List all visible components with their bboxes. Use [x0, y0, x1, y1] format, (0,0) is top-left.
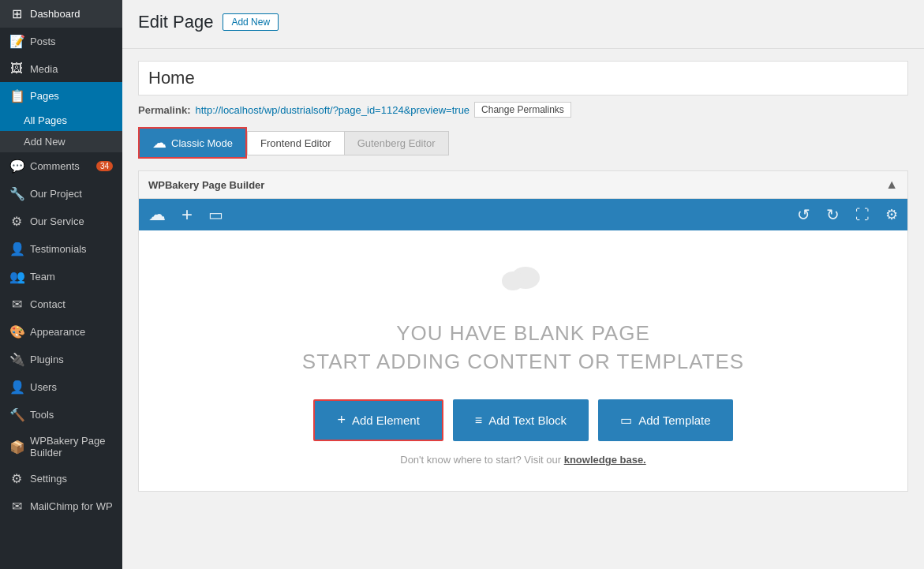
testimonials-icon: 👤 [9, 241, 24, 256]
team-icon: 👥 [9, 269, 24, 284]
sidebar-item-settings[interactable]: ⚙ Settings [0, 465, 122, 492]
sidebar-item-all-pages[interactable]: All Pages [0, 110, 122, 131]
page-title-row: Edit Page Add New [138, 12, 908, 32]
sidebar-item-team[interactable]: 👥 Team [0, 263, 122, 290]
our-project-icon: 🔧 [9, 186, 24, 201]
sidebar-item-testimonials[interactable]: 👤 Testimonials [0, 235, 122, 263]
editor-mode-row: ☁ Classic Mode Frontend Editor Gutenberg… [138, 127, 908, 159]
toolbar-right: ↺ ↻ ⛶ ⚙ [797, 205, 898, 224]
toolbar-settings-icon[interactable]: ⚙ [885, 206, 898, 223]
blank-line2: START ADDING CONTENT OR TEMPLATES [302, 350, 744, 373]
main-content: Edit Page Add New Permalink: http://loca… [122, 0, 924, 569]
contact-icon: ✉ [9, 297, 24, 312]
add-template-label: Add Template [638, 414, 710, 427]
settings-icon: ⚙ [9, 471, 24, 486]
sidebar-item-dashboard[interactable]: ⊞ Dashboard [0, 0, 122, 28]
sidebar-item-media[interactable]: 🖼 Media [0, 55, 122, 82]
wpbakery-icon: 📦 [9, 440, 24, 455]
gutenberg-editor-button[interactable]: Gutenberg Editor [344, 131, 449, 155]
comments-badge: 34 [96, 161, 113, 171]
blank-line1: YOU HAVE BLANK PAGE [396, 321, 649, 345]
permalink-row: Permalink: http://localhost/wp/dustrials… [138, 102, 908, 118]
wpbakery-header: WPBakery Page Builder ▲ [139, 171, 907, 199]
knowledge-base-link[interactable]: knowledge base. [564, 454, 646, 466]
frontend-editor-label: Frontend Editor [260, 137, 331, 149]
toolbar-add-icon[interactable]: + [181, 204, 193, 226]
page-title-input[interactable] [138, 61, 908, 95]
wpbakery-toolbar: ☁ + ▭ ↺ ↻ ⛶ ⚙ [139, 199, 907, 230]
sidebar-item-pages[interactable]: 📋 Pages [0, 82, 122, 110]
add-element-label: Add Element [352, 414, 420, 427]
svg-point-1 [502, 271, 524, 290]
permalink-link[interactable]: http://localhost/wp/dustrialsoft/?page_i… [195, 104, 469, 116]
toolbar-undo-icon[interactable]: ↺ [797, 205, 810, 224]
add-element-plus-icon: + [337, 412, 346, 429]
plugins-icon: 🔌 [9, 352, 24, 367]
sidebar-item-users[interactable]: 👤 Users [0, 373, 122, 401]
pages-submenu: All Pages Add New [0, 110, 122, 152]
blank-message: YOU HAVE BLANK PAGE START ADDING CONTENT… [302, 319, 744, 376]
appearance-icon: 🎨 [9, 324, 24, 339]
dashboard-icon: ⊞ [9, 6, 24, 21]
help-text-prefix: Don't know where to start? Visit our [400, 454, 563, 466]
sidebar-item-mailchimp[interactable]: ✉ MailChimp for WP [0, 492, 122, 520]
top-bar: Edit Page Add New [122, 0, 924, 49]
sidebar-item-appearance[interactable]: 🎨 Appearance [0, 318, 122, 346]
users-icon: 👤 [9, 380, 24, 395]
add-new-header-button[interactable]: Add New [223, 13, 279, 31]
sidebar-item-contact[interactable]: ✉ Contact [0, 290, 122, 318]
page-title: Edit Page [138, 12, 213, 32]
tools-icon: 🔨 [9, 407, 24, 422]
mailchimp-icon: ✉ [9, 499, 24, 514]
help-text: Don't know where to start? Visit our kno… [400, 454, 646, 466]
permalink-label: Permalink: [138, 104, 190, 116]
frontend-editor-button[interactable]: Frontend Editor [247, 131, 344, 155]
add-text-block-button[interactable]: ≡ Add Text Block [453, 399, 589, 441]
sidebar-label-dashboard: Dashboard [30, 8, 80, 20]
toolbar-logo-icon[interactable]: ☁ [148, 204, 166, 225]
sidebar-item-add-new-page[interactable]: Add New [0, 131, 122, 152]
wpbakery-canvas: YOU HAVE BLANK PAGE START ADDING CONTENT… [139, 230, 907, 491]
pages-icon: 📋 [9, 88, 24, 103]
sidebar: ⊞ Dashboard 📝 Posts 🖼 Media 📋 Pages All … [0, 0, 122, 569]
gutenberg-editor-label: Gutenberg Editor [357, 137, 436, 149]
add-text-icon: ≡ [475, 414, 482, 428]
sidebar-item-comments[interactable]: 💬 Comments 34 [0, 152, 122, 180]
add-template-icon: ▭ [620, 413, 632, 428]
sidebar-item-tools[interactable]: 🔨 Tools [0, 401, 122, 429]
media-icon: 🖼 [9, 62, 24, 76]
add-element-button[interactable]: + Add Element [313, 399, 443, 441]
posts-icon: 📝 [9, 34, 24, 49]
classic-mode-icon: ☁ [152, 134, 166, 152]
toolbar-redo-icon[interactable]: ↻ [826, 205, 840, 224]
toolbar-expand-icon[interactable]: ⛶ [855, 207, 870, 223]
classic-mode-label: Classic Mode [171, 137, 233, 149]
sidebar-item-our-service[interactable]: ⚙ Our Service [0, 208, 122, 235]
action-buttons: + Add Element ≡ Add Text Block ▭ Add Tem… [313, 399, 732, 441]
our-service-icon: ⚙ [9, 214, 24, 229]
wpbakery-collapse-icon[interactable]: ▲ [885, 178, 898, 192]
comments-icon: 💬 [9, 159, 24, 174]
sidebar-item-wpbakery[interactable]: 📦 WPBakery Page Builder [0, 429, 122, 465]
sidebar-item-posts[interactable]: 📝 Posts [0, 28, 122, 55]
toolbar-template-icon[interactable]: ▭ [208, 205, 223, 224]
wpbakery-title: WPBakery Page Builder [148, 179, 264, 191]
blank-page-icon [496, 256, 551, 303]
wpbakery-builder: WPBakery Page Builder ▲ ☁ + ▭ ↺ ↻ ⛶ ⚙ [138, 170, 908, 492]
content-area: Permalink: http://localhost/wp/dustrials… [122, 49, 924, 569]
sidebar-item-plugins[interactable]: 🔌 Plugins [0, 346, 122, 373]
sidebar-item-our-project[interactable]: 🔧 Our Project [0, 180, 122, 208]
add-template-button[interactable]: ▭ Add Template [598, 399, 732, 441]
add-text-label: Add Text Block [488, 414, 567, 427]
change-permalinks-button[interactable]: Change Permalinks [474, 102, 571, 118]
classic-mode-button[interactable]: ☁ Classic Mode [138, 127, 247, 159]
